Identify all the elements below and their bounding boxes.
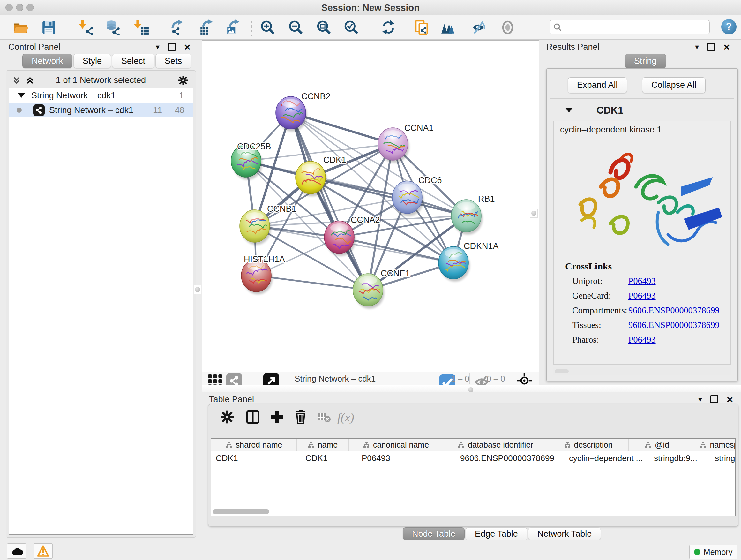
network-edge-HIST1H1A-CCNE1: [256, 275, 368, 290]
detach-view-icon[interactable]: [263, 373, 275, 384]
crosslink-label: Compartments:: [572, 305, 628, 315]
grid-view-icon[interactable]: [207, 373, 218, 384]
add-column-icon[interactable]: [270, 410, 284, 424]
column-header-canonical-name[interactable]: canonical name: [349, 439, 443, 451]
zoom-selected-icon[interactable]: [343, 19, 359, 36]
protein-section-header[interactable]: CDK1: [550, 101, 734, 120]
crosslink-label: Pharos:: [572, 334, 628, 345]
results-panel-menu-icon[interactable]: ▾: [695, 43, 699, 51]
expand-all-button[interactable]: Expand All: [568, 77, 627, 93]
table-cell[interactable]: cyclin–dependent ...: [564, 451, 650, 465]
export-image-icon[interactable]: [225, 19, 241, 36]
table-panel-title: Table Panel: [209, 395, 254, 405]
crosslink-value-link[interactable]: P06493: [628, 334, 656, 345]
table-options-gear-icon[interactable]: [220, 410, 234, 424]
export-network-icon[interactable]: [169, 19, 185, 36]
save-session-icon[interactable]: [41, 19, 57, 36]
center-view-icon[interactable]: [516, 373, 529, 385]
network-row-label: String Network – cdk1: [49, 105, 133, 115]
network-options-gear-icon[interactable]: [178, 75, 189, 86]
table-cell[interactable]: 9606.ENSP00000378699: [456, 451, 564, 465]
collection-expander-icon[interactable]: [18, 93, 25, 98]
left-splitter-handle[interactable]: [194, 285, 201, 294]
table-panel-float-icon[interactable]: [711, 395, 718, 403]
cloud-status-button[interactable]: [7, 543, 26, 559]
tab-style[interactable]: Style: [73, 54, 111, 68]
hide-graphics-details-icon[interactable]: [470, 19, 486, 36]
network-node-CCNB2[interactable]: CCNB2: [276, 91, 331, 132]
birdseye-view-icon[interactable]: [500, 19, 516, 36]
refresh-icon[interactable]: [381, 19, 396, 36]
network-collection-row[interactable]: String Network – cdk1 1: [9, 88, 193, 103]
column-header-database-identifier[interactable]: database identifier: [443, 439, 548, 451]
horizontal-splitter[interactable]: [202, 385, 741, 392]
warnings-button[interactable]: [33, 543, 53, 559]
tab-network[interactable]: Network: [22, 54, 72, 68]
zoom-out-icon[interactable]: [288, 19, 304, 36]
table-row[interactable]: CDK1CDK1P064939606.ENSP00000378699cyclin…: [211, 451, 735, 465]
table-horizontal-scrollbar[interactable]: [212, 509, 269, 514]
search-input[interactable]: [565, 21, 707, 33]
collapse-all-button[interactable]: Collapse All: [642, 77, 705, 93]
crosslink-row: Pharos:P06493: [572, 332, 725, 347]
tab-string[interactable]: String: [625, 54, 666, 68]
function-builder-icon: f(x): [337, 410, 354, 424]
zoom-in-icon[interactable]: [260, 19, 276, 36]
network-node-CCNA1[interactable]: CCNA1: [378, 123, 434, 163]
import-network-file-icon[interactable]: [78, 19, 94, 36]
table-cell[interactable]: CDK1: [301, 451, 357, 465]
control-panel-close-icon[interactable]: ×: [184, 44, 191, 51]
network-node-HIST1H1A[interactable]: HIST1H1A: [241, 254, 285, 294]
protein-expander-icon[interactable]: [565, 108, 572, 112]
selected-nodes-checkbox-icon[interactable]: [440, 374, 448, 383]
table-cell[interactable]: P06493: [357, 451, 456, 465]
show-columns-icon[interactable]: [246, 410, 260, 424]
delete-column-icon[interactable]: [293, 410, 308, 424]
tab-network-table[interactable]: Network Table: [528, 527, 601, 540]
network-node-CDC6[interactable]: CDC6: [392, 176, 442, 216]
column-header-namespace[interactable]: namespace: [685, 439, 736, 451]
table-panel-menu-icon[interactable]: ▾: [698, 395, 702, 403]
share-view-icon[interactable]: [226, 373, 238, 384]
title-bar: Session: New Session: [0, 0, 741, 15]
network-row[interactable]: String Network – cdk1 11 48: [9, 103, 193, 118]
memory-button[interactable]: Memory: [689, 545, 737, 559]
protein-card-scrollbar[interactable]: [553, 367, 731, 375]
column-header-name[interactable]: name: [297, 439, 349, 451]
network-edge-CCNA2-CDKN1A: [339, 237, 454, 263]
network-node-CDKN1A[interactable]: CDKN1A: [439, 241, 499, 282]
collection-label: String Network – cdk1: [31, 91, 116, 101]
help-button[interactable]: ?: [721, 19, 737, 35]
network-node-RB1[interactable]: RB1: [451, 194, 495, 235]
tab-sets[interactable]: Sets: [155, 54, 191, 68]
results-panel-close-icon[interactable]: ×: [724, 44, 730, 51]
import-table-icon[interactable]: [133, 19, 149, 36]
network-canvas[interactable]: CCNB2CCNA1CDC25BCDK1CDC6RB1CCNB1CCNA2CDK…: [202, 40, 539, 372]
network-node-CDC25B[interactable]: CDC25B: [231, 142, 271, 180]
results-panel-float-icon[interactable]: [707, 43, 715, 51]
open-session-icon[interactable]: [13, 19, 29, 36]
zoom-fit-icon[interactable]: [316, 19, 332, 36]
first-neighbors-icon[interactable]: [441, 19, 456, 36]
crosslink-value-link[interactable]: P06493: [628, 291, 656, 301]
tab-edge-table[interactable]: Edge Table: [466, 527, 527, 540]
column-header-description[interactable]: description: [548, 439, 629, 451]
export-table-icon[interactable]: [199, 19, 214, 36]
crosslink-label: Tissues:: [572, 320, 628, 330]
control-panel-float-icon[interactable]: [168, 43, 176, 51]
table-cell[interactable]: stringdb: [711, 451, 736, 465]
control-panel-menu-icon[interactable]: ▾: [156, 43, 159, 51]
table-panel-close-icon[interactable]: ×: [727, 396, 733, 403]
crosslink-value-link[interactable]: 9606.ENSP00000378699: [628, 320, 719, 330]
table-cell[interactable]: stringdb:9...: [650, 451, 711, 465]
crosslink-value-link[interactable]: P06493: [628, 276, 656, 286]
new-network-from-selection-icon[interactable]: [414, 19, 430, 36]
right-splitter-handle[interactable]: [530, 209, 538, 218]
crosslink-value-link[interactable]: 9606.ENSP00000378699: [628, 305, 719, 315]
column-header-shared-name[interactable]: shared name: [211, 439, 297, 451]
tab-select[interactable]: Select: [112, 54, 154, 68]
tab-node-table[interactable]: Node Table: [403, 527, 465, 540]
table-cell[interactable]: CDK1: [211, 451, 301, 465]
column-header-id[interactable]: @id: [629, 439, 685, 451]
import-network-database-icon[interactable]: [105, 19, 121, 36]
